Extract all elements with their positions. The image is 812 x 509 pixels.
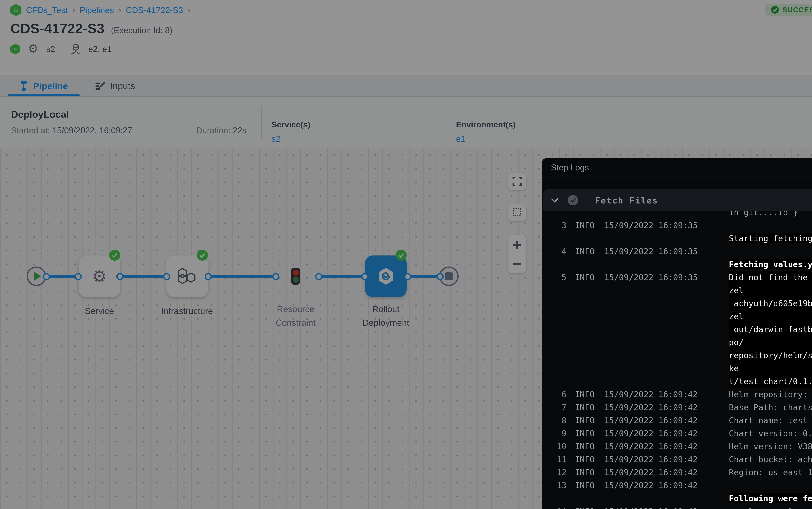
- log-message: - values.yaml: [729, 505, 812, 509]
- log-line: 5INFO15/09/2022 16:09:35Did not find the…: [548, 271, 812, 297]
- log-line: 11INFO15/09/2022 16:09:42Chart bucket: a…: [548, 453, 812, 466]
- log-timestamp: 15/09/2022 16:09:42: [604, 466, 729, 479]
- log-line: _achyuth/d605e19b46448ceaacb01fb4c19633a…: [548, 297, 812, 323]
- title-row: CDS-41722-S3 (Execution Id: 8): [10, 21, 173, 36]
- edge-point: [272, 273, 279, 280]
- log-line-number[interactable]: [548, 297, 566, 323]
- zoom-out-button[interactable]: [513, 254, 522, 273]
- log-timestamp: [604, 375, 729, 388]
- zoom-in-button[interactable]: [513, 235, 522, 254]
- log-line-number[interactable]: 5: [548, 271, 566, 297]
- log-level: [575, 258, 604, 271]
- log-line: 13INFO15/09/2022 16:09:42: [548, 479, 812, 492]
- svg-text:∞: ∞: [13, 7, 19, 14]
- canvas-selection-button[interactable]: [508, 204, 526, 221]
- log-line-number[interactable]: 14: [548, 505, 566, 509]
- pipeline-icon: [20, 80, 28, 91]
- log-message: t/test-chart/0.1.0: [729, 375, 812, 388]
- log-line-number[interactable]: 4: [548, 245, 566, 258]
- log-timestamp: [604, 297, 729, 323]
- log-level: INFO: [575, 453, 604, 466]
- edge-point: [315, 273, 322, 280]
- node-rollout-deployment[interactable]: [365, 256, 407, 297]
- execution-id: (Execution Id: 8): [111, 25, 173, 35]
- chevron-down-icon[interactable]: [551, 198, 559, 203]
- log-line-number[interactable]: [548, 349, 566, 375]
- log-message: -out/darwin-fastbuild/bin/260-delegate/e…: [729, 323, 812, 349]
- log-timestamp: 15/09/2022 16:09:42: [604, 414, 729, 427]
- log-level: INFO: [575, 219, 604, 232]
- inputs-icon: [95, 81, 105, 91]
- log-section-fetch-files[interactable]: Fetch Files ↑ ↓ 9s: [543, 189, 812, 211]
- log-line-number[interactable]: 13: [548, 479, 566, 492]
- rollout-icon: [376, 267, 396, 286]
- service-link[interactable]: s2: [271, 134, 310, 144]
- environment-link[interactable]: e1: [456, 134, 516, 144]
- log-clipped-line: in git....io }: [729, 211, 812, 219]
- node-service[interactable]: ⚙: [79, 256, 120, 297]
- breadcrumb-pipeline-link[interactable]: CDS-41722-S3: [126, 5, 183, 15]
- log-line-number[interactable]: 9: [548, 427, 566, 440]
- edge: [208, 275, 275, 278]
- canvas-fullscreen-button[interactable]: [508, 173, 526, 190]
- log-message: [729, 219, 812, 232]
- log-line: 3INFO15/09/2022 16:09:35: [548, 219, 812, 232]
- step-logs-panel: Step Logs Console View Fetch Files ↑ ↓ 9…: [542, 158, 812, 509]
- log-message: Helm version: V380: [729, 440, 812, 453]
- log-line: Following were fetched successfully :: [548, 492, 812, 505]
- rollout-success-icon: [396, 250, 407, 261]
- log-line-number[interactable]: 3: [548, 219, 566, 232]
- status-badge: SUCCESS: [765, 4, 812, 15]
- check-circle-icon: [771, 6, 779, 14]
- harness-cd-logo-icon: ∞: [10, 4, 22, 16]
- node-label-infrastructure: Infrastructure: [148, 304, 226, 318]
- tab-pipeline[interactable]: Pipeline: [17, 75, 71, 96]
- log-line-number[interactable]: [548, 375, 566, 388]
- breadcrumb-pipelines-link[interactable]: Pipelines: [80, 5, 114, 15]
- log-level: [575, 323, 604, 349]
- log-line-number[interactable]: 7: [548, 401, 566, 414]
- log-level: [575, 492, 604, 505]
- service-ids: s2: [46, 44, 55, 54]
- tab-inputs[interactable]: Inputs: [93, 75, 138, 96]
- log-level: INFO: [575, 414, 604, 427]
- log-line-number[interactable]: [548, 258, 566, 271]
- service-gear-icon: ⚙: [28, 43, 38, 55]
- log-line-number[interactable]: 11: [548, 453, 566, 466]
- node-resource-constraint[interactable]: [291, 268, 300, 285]
- environment-ids: e2, e1: [88, 44, 112, 54]
- log-line-number[interactable]: [548, 323, 566, 349]
- log-line-number[interactable]: [548, 492, 566, 505]
- log-body[interactable]: in git....io } 3INFO15/09/2022 16:09:35 …: [542, 211, 812, 509]
- breadcrumb-project-link[interactable]: CFDs_Test: [26, 5, 68, 15]
- page-title: CDS-41722-S3: [10, 21, 104, 36]
- play-icon: [34, 272, 41, 281]
- log-level: INFO: [575, 245, 604, 258]
- log-message: _achyuth/d605e19b46448ceaacb01fb4c19633a…: [729, 297, 812, 323]
- log-timestamp: 15/09/2022 16:09:42: [604, 401, 729, 414]
- log-line-number[interactable]: 6: [548, 388, 566, 401]
- log-message: Starting fetching Helm values: [729, 232, 812, 245]
- log-level: INFO: [575, 271, 604, 297]
- log-level: INFO: [575, 479, 604, 492]
- node-label-service: Service: [67, 304, 132, 318]
- step-logs-header: Step Logs Console View: [542, 158, 812, 177]
- log-level: INFO: [575, 427, 604, 440]
- step-name: Fetch Files: [595, 195, 658, 205]
- breadcrumb-separator: ›: [72, 5, 75, 15]
- log-level: [575, 297, 604, 323]
- log-message: Did not find the chart and version in lo…: [729, 271, 812, 297]
- log-level: [575, 232, 604, 245]
- edge: [119, 275, 167, 278]
- log-level: INFO: [575, 440, 604, 453]
- divider: [261, 106, 262, 138]
- edge-point: [205, 273, 212, 280]
- log-message: [729, 479, 812, 492]
- cd-module-icon: ∞: [10, 43, 20, 54]
- log-line-number[interactable]: 12: [548, 466, 566, 479]
- log-line-number[interactable]: [548, 232, 566, 245]
- node-infrastructure[interactable]: [166, 256, 208, 297]
- log-line-number[interactable]: 8: [548, 414, 566, 427]
- edge-point: [116, 273, 123, 280]
- log-line-number[interactable]: 10: [548, 440, 566, 453]
